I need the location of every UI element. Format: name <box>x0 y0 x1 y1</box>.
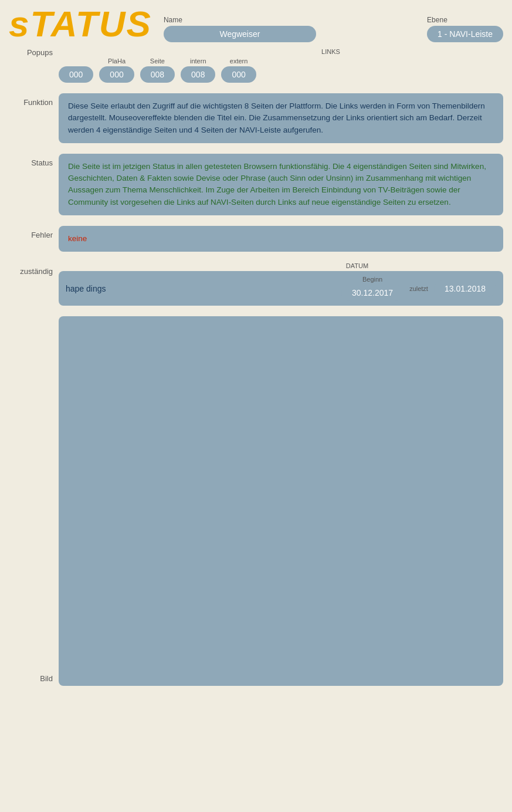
fehler-label: Fehler <box>9 226 59 239</box>
zustaendig-name: hape dings <box>66 284 335 293</box>
beginn-label: Beginn <box>362 276 382 283</box>
links-row: Popups LINKS 000 PlaHa 000 Seite 008 int… <box>9 48 503 83</box>
popups-label: Popups <box>9 48 59 57</box>
seite-group: Seite 008 <box>140 57 175 83</box>
beginn-value[interactable]: 30.12.2017 <box>341 285 404 301</box>
ebene-label: Ebene <box>427 16 447 24</box>
status-row: Status Die Seite ist im jetzigen Status … <box>9 154 503 215</box>
zuletzt-value[interactable]: 13.01.2018 <box>434 280 496 297</box>
seite-label: Seite <box>150 57 165 65</box>
plaha-value[interactable]: 000 <box>99 66 134 83</box>
header-row: sTATUS Name Wegweiser Ebene 1 - NAVI-Lei… <box>9 6 503 42</box>
zuletzt-label: zuletzt <box>409 285 428 292</box>
name-group: Name Wegweiser <box>164 16 316 42</box>
funktion-label: Funktion <box>9 93 59 107</box>
ebene-button[interactable]: 1 - NAVI-Leiste <box>427 26 503 42</box>
seite-value[interactable]: 008 <box>140 66 175 83</box>
intern-label: intern <box>190 57 206 65</box>
zustaendig-row: zuständig DATUM hape dings Beginn 30.12.… <box>9 262 503 306</box>
extern-label: extern <box>230 57 248 65</box>
app-title: sTATUS <box>9 6 152 42</box>
intern-value[interactable]: 008 <box>181 66 215 83</box>
extern-group: extern 000 <box>221 57 256 83</box>
name-label: Name <box>164 16 182 24</box>
plaha-label: PlaHa <box>108 57 126 65</box>
fehler-box: keine <box>59 226 503 252</box>
intern-group: intern 008 <box>181 57 215 83</box>
links-section-label: LINKS <box>158 48 503 55</box>
popups-value[interactable]: 000 <box>59 66 93 83</box>
plaha-group: PlaHa 000 <box>99 57 134 83</box>
funktion-box: Diese Seite erlaubt den Zugriff auf die … <box>59 93 503 143</box>
status-box: Die Seite ist im jetzigen Status in alle… <box>59 154 503 215</box>
popups-group: 000 <box>59 66 93 83</box>
fehler-row: Fehler keine <box>9 226 503 252</box>
links-pills: 000 PlaHa 000 Seite 008 intern 008 exter… <box>59 57 503 83</box>
bild-box <box>59 316 503 686</box>
zustaendig-box: hape dings Beginn 30.12.2017 zuletzt 13.… <box>59 271 503 306</box>
status-label: Status <box>9 154 59 167</box>
zustaendig-label: zuständig <box>9 262 59 276</box>
funktion-row: Funktion Diese Seite erlaubt den Zugriff… <box>9 93 503 143</box>
beginn-group: Beginn 30.12.2017 <box>341 276 404 301</box>
page-wrapper: sTATUS Name Wegweiser Ebene 1 - NAVI-Lei… <box>9 6 503 692</box>
name-button[interactable]: Wegweiser <box>164 26 316 42</box>
bild-row: Bild <box>9 316 503 686</box>
ebene-group: Ebene 1 - NAVI-Leiste <box>427 16 503 42</box>
extern-value[interactable]: 000 <box>221 66 256 83</box>
datum-label: DATUM <box>211 262 503 269</box>
status-text: Die Seite ist im jetzigen Status in alle… <box>68 162 486 207</box>
funktion-text: Diese Seite erlaubt den Zugriff auf die … <box>68 102 485 134</box>
bild-label: Bild <box>9 316 59 683</box>
fehler-text: keine <box>68 234 87 243</box>
